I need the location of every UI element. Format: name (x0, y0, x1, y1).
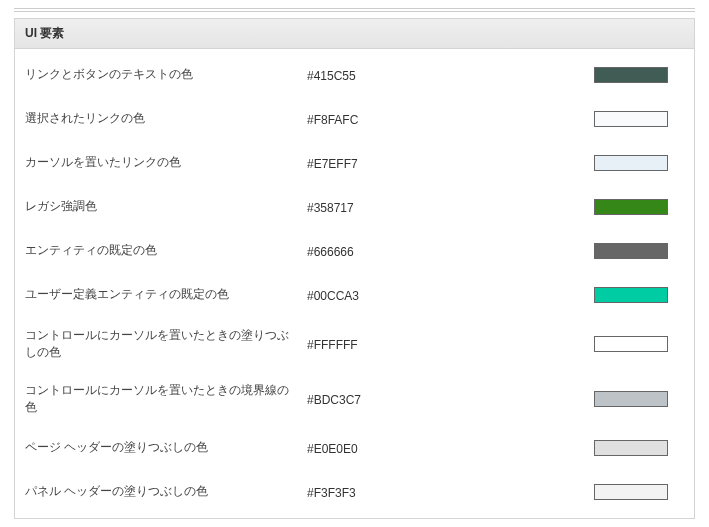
color-hex-value: #BDC3C7 (307, 391, 467, 407)
color-hex-value: #E0E0E0 (307, 440, 467, 456)
color-hex-value: #666666 (307, 243, 467, 259)
color-label: 選択されたリンクの色 (25, 110, 307, 127)
color-label: コントロールにカーソルを置いたときの塗りつぶしの色 (25, 327, 307, 362)
color-swatch[interactable] (594, 243, 668, 259)
color-swatch[interactable] (594, 67, 668, 83)
color-hex-value: #E7EFF7 (307, 155, 467, 171)
color-label: エンティティの既定の色 (25, 242, 307, 259)
color-hex-value: #FFFFFF (307, 336, 467, 352)
rows-container: リンクとボタンのテキストの色#415C55選択されたリンクの色#F8FAFCカー… (15, 49, 694, 518)
panel-header: UI 要素 (15, 19, 694, 49)
color-swatch[interactable] (594, 111, 668, 127)
color-label: カーソルを置いたリンクの色 (25, 154, 307, 171)
color-row: リンクとボタンのテキストの色#415C55 (15, 53, 694, 97)
swatch-cell (594, 287, 684, 303)
color-row: 選択されたリンクの色#F8FAFC (15, 97, 694, 141)
swatch-cell (594, 243, 684, 259)
color-hex-value: #00CCA3 (307, 287, 467, 303)
color-label: レガシ強調色 (25, 198, 307, 215)
color-row: ユーザー定義エンティティの既定の色#00CCA3 (15, 273, 694, 317)
color-label: リンクとボタンのテキストの色 (25, 66, 307, 83)
swatch-cell (594, 440, 684, 456)
color-hex-value: #F3F3F3 (307, 484, 467, 500)
swatch-cell (594, 67, 684, 83)
color-swatch[interactable] (594, 440, 668, 456)
ui-elements-panel: UI 要素 リンクとボタンのテキストの色#415C55選択されたリンクの色#F8… (14, 18, 695, 519)
swatch-cell (594, 199, 684, 215)
color-swatch[interactable] (594, 484, 668, 500)
swatch-cell (594, 484, 684, 500)
color-label: ページ ヘッダーの塗りつぶしの色 (25, 439, 307, 456)
color-hex-value: #415C55 (307, 67, 467, 83)
color-label: パネル ヘッダーの塗りつぶしの色 (25, 483, 307, 500)
color-label: コントロールにカーソルを置いたときの境界線の色 (25, 382, 307, 417)
color-swatch[interactable] (594, 287, 668, 303)
color-row: エンティティの既定の色#666666 (15, 229, 694, 273)
swatch-cell (594, 336, 684, 352)
swatch-cell (594, 391, 684, 407)
color-label: ユーザー定義エンティティの既定の色 (25, 286, 307, 303)
color-swatch[interactable] (594, 155, 668, 171)
top-divider (14, 8, 695, 12)
color-row: ページ ヘッダーの塗りつぶしの色#E0E0E0 (15, 426, 694, 470)
swatch-cell (594, 111, 684, 127)
color-row: コントロールにカーソルを置いたときの境界線の色#BDC3C7 (15, 372, 694, 427)
color-row: コントロールにカーソルを置いたときの塗りつぶしの色#FFFFFF (15, 317, 694, 372)
color-row: レガシ強調色#358717 (15, 185, 694, 229)
color-hex-value: #358717 (307, 199, 467, 215)
color-swatch[interactable] (594, 336, 668, 352)
color-swatch[interactable] (594, 199, 668, 215)
color-row: カーソルを置いたリンクの色#E7EFF7 (15, 141, 694, 185)
color-row: パネル ヘッダーの塗りつぶしの色#F3F3F3 (15, 470, 694, 514)
swatch-cell (594, 155, 684, 171)
color-swatch[interactable] (594, 391, 668, 407)
color-hex-value: #F8FAFC (307, 111, 467, 127)
